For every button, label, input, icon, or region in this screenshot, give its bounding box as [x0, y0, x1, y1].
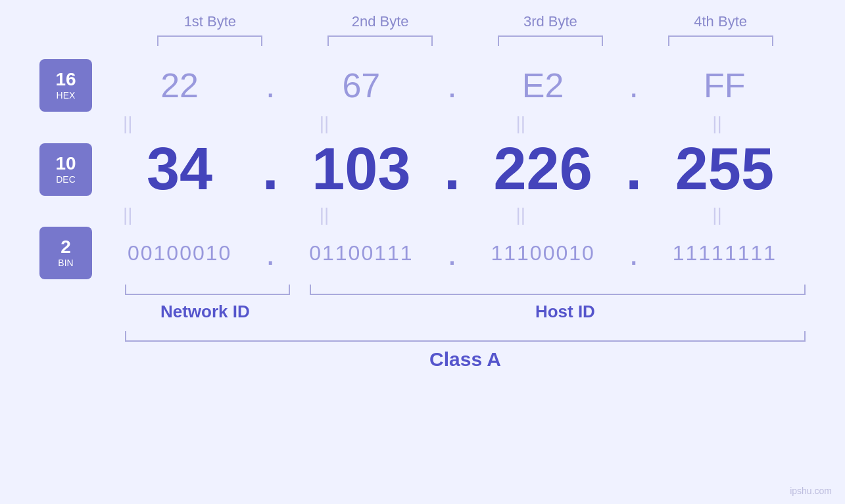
- class-section: Class A: [125, 331, 806, 371]
- top-bracket-1: [157, 35, 262, 46]
- bin-val-3: 11100010: [462, 241, 624, 265]
- hex-values: 22 . 67 . E2 . FF: [99, 66, 806, 105]
- bin-dot-2: .: [443, 233, 462, 273]
- dec-badge: 10 DEC: [39, 143, 92, 196]
- watermark: ipshu.com: [790, 486, 832, 496]
- class-bracket: [125, 331, 806, 342]
- host-bracket: [310, 285, 806, 295]
- bin-badge: 2 BIN: [39, 227, 92, 279]
- hex-val-2: 67: [280, 66, 442, 105]
- bin-dot-3: .: [624, 233, 644, 273]
- equals-row-2: || || || ||: [39, 206, 806, 224]
- host-bracket-container: [310, 285, 806, 295]
- eq1-2: ||: [236, 114, 413, 133]
- hex-badge: 16 HEX: [39, 59, 92, 112]
- bin-values: 00100010 . 01100111 . 11100010 . 1111111…: [99, 233, 806, 273]
- bracket-cell-3: [466, 35, 636, 46]
- class-label: Class A: [125, 348, 806, 371]
- bottom-brackets-row: [125, 285, 806, 295]
- bin-badge-num: 2: [60, 238, 71, 256]
- byte4-header: 4th Byte: [635, 13, 806, 30]
- eq2-3: ||: [433, 206, 610, 224]
- hex-dot-1: .: [260, 66, 280, 105]
- byte2-header: 2nd Byte: [295, 13, 466, 30]
- network-id-label: Network ID: [125, 302, 285, 322]
- eq1-1: ||: [39, 114, 216, 133]
- hex-dot-2: .: [443, 66, 462, 105]
- dec-val-3: 226: [462, 135, 624, 203]
- eq2-4: ||: [629, 206, 806, 224]
- bin-dot-1: .: [260, 233, 280, 273]
- network-bracket-container: [125, 285, 290, 295]
- eq2-2: ||: [236, 206, 413, 224]
- bracket-cell-1: [125, 35, 295, 46]
- hex-badge-num: 16: [55, 70, 76, 89]
- bin-row: 2 BIN 00100010 . 01100111 . 11100010 . 1…: [39, 227, 806, 279]
- dec-dot-3: .: [624, 135, 644, 203]
- hex-val-1: 22: [99, 66, 260, 105]
- hex-badge-label: HEX: [57, 90, 76, 101]
- top-bracket-4: [668, 35, 773, 46]
- hex-row: 16 HEX 22 . 67 . E2 . FF: [39, 59, 806, 112]
- network-bracket: [125, 285, 290, 295]
- eq1-4: ||: [629, 114, 806, 133]
- top-bracket-3: [498, 35, 603, 46]
- bin-badge-label: BIN: [58, 258, 73, 268]
- labels-row: Network ID Host ID: [125, 302, 806, 322]
- bracket-cell-2: [295, 35, 466, 46]
- hex-dot-3: .: [624, 66, 644, 105]
- top-bracket-2: [327, 35, 433, 46]
- dec-row: 10 DEC 34 . 103 . 226 . 255: [39, 135, 806, 203]
- bin-val-4: 11111111: [644, 241, 806, 265]
- equals-row-1: || || || ||: [39, 114, 806, 133]
- bin-val-2: 01100111: [280, 241, 442, 265]
- dec-badge-label: DEC: [56, 174, 76, 185]
- bracket-cell-4: [635, 35, 806, 46]
- dec-val-4: 255: [644, 135, 806, 203]
- dec-values: 34 . 103 . 226 . 255: [99, 135, 806, 203]
- eq1-3: ||: [433, 114, 610, 133]
- bin-val-1: 00100010: [99, 241, 260, 265]
- eq2-1: ||: [39, 206, 216, 224]
- dec-dot-2: .: [443, 135, 462, 203]
- byte1-header: 1st Byte: [125, 13, 295, 30]
- bottom-section: Network ID Host ID: [125, 285, 806, 322]
- hex-val-3: E2: [462, 66, 624, 105]
- byte3-header: 3rd Byte: [466, 13, 636, 30]
- dec-val-1: 34: [99, 135, 260, 203]
- dec-dot-1: .: [260, 135, 280, 203]
- hex-val-4: FF: [644, 66, 806, 105]
- dec-val-2: 103: [280, 135, 442, 203]
- host-id-label: Host ID: [325, 302, 806, 322]
- dec-badge-num: 10: [55, 154, 76, 173]
